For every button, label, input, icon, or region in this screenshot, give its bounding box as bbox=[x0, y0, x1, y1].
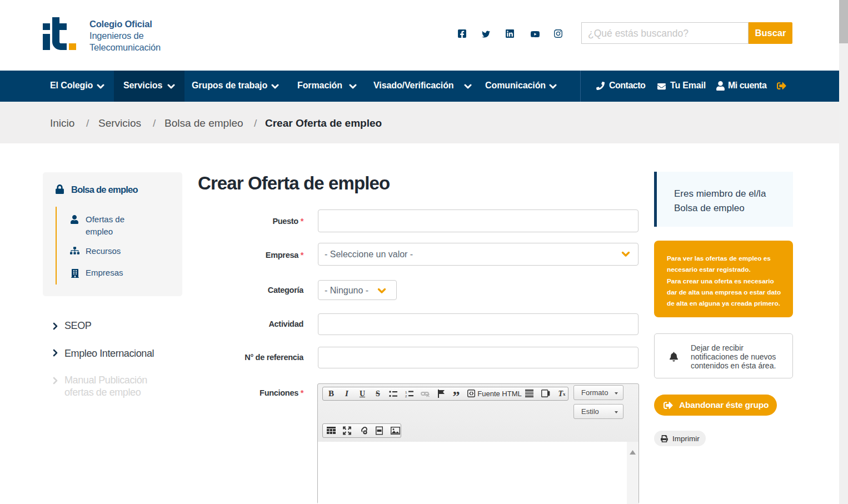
svg-text:2: 2 bbox=[405, 395, 407, 397]
svg-text:1: 1 bbox=[405, 391, 407, 394]
